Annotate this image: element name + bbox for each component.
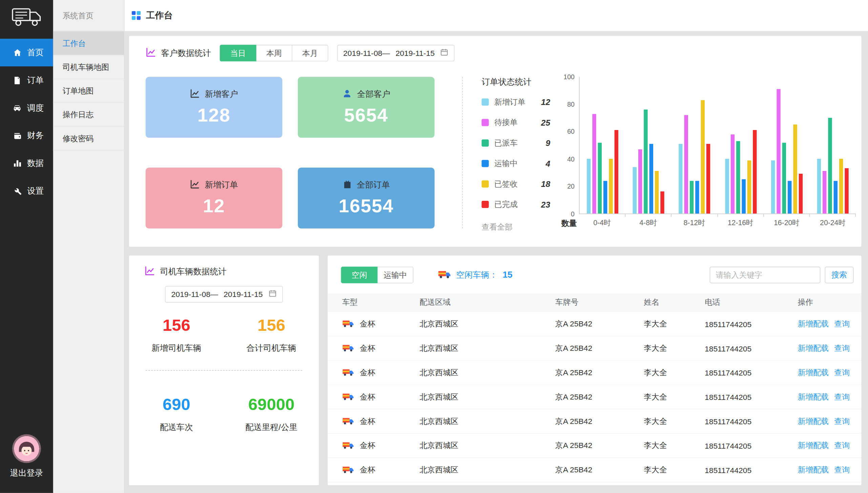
search-button[interactable]: 搜索 [825, 267, 854, 283]
date-range-picker[interactable]: 2019-11-08— 2019-11-15 [165, 286, 283, 303]
sidebar-item-settings[interactable]: 设置 [0, 177, 53, 205]
legend-item-value: 18 [541, 179, 550, 189]
bar [633, 167, 637, 213]
sidebar-item-finance[interactable]: 财务 [0, 122, 53, 149]
primary-nav: 首页 订单 调度 财务 [0, 39, 53, 205]
sidebar-item-dispatch[interactable]: 调度 [0, 94, 53, 122]
x-axis: 0-4时4-8时8-12时12-16时16-20时20-24时 [579, 218, 856, 228]
bar [782, 143, 786, 214]
truck-logo-icon [11, 5, 42, 30]
driver-stat-trips: 690 配送车次 [129, 395, 224, 433]
legend-item-value: 12 [541, 98, 550, 107]
submenu-item-order-map[interactable]: 订单地图 [53, 79, 124, 103]
delivery-area-cell: 北京西城区 [419, 343, 555, 353]
query-link[interactable]: 查询 [834, 392, 850, 401]
clipboard-icon [343, 179, 352, 191]
legend-item: 已完成23 [481, 194, 550, 214]
stat-card-value: 128 [198, 105, 231, 126]
topbar: 工作台 [125, 0, 868, 31]
plate-number-cell: 京A 25B42 [555, 368, 644, 378]
x-axis-label: 8-12时 [671, 218, 717, 228]
legend-item: 已派车9 [481, 133, 550, 153]
date-range-picker[interactable]: 2019-11-08— 2019-11-15 [337, 45, 455, 61]
bar-group [718, 77, 764, 214]
bar [644, 110, 648, 214]
date-start: 2019-11-08— [171, 290, 218, 299]
add-load-link[interactable]: 新增配载 [798, 441, 828, 449]
add-load-link[interactable]: 新增配载 [798, 368, 828, 377]
stat-value: 156 [129, 316, 224, 335]
tab-week[interactable]: 本周 [256, 45, 292, 61]
secondary-sidebar: 系统首页 工作台 司机车辆地图 订单地图 操作日志 修改密码 [53, 0, 125, 493]
add-load-link[interactable]: 新增配载 [798, 343, 828, 352]
sidebar-item-orders[interactable]: 订单 [0, 66, 53, 94]
bar [679, 144, 683, 214]
phone-cell: 18511744205 [705, 466, 798, 474]
page-title: 工作台 [146, 10, 172, 21]
query-link[interactable]: 查询 [834, 465, 850, 474]
add-load-link[interactable]: 新增配载 [798, 319, 828, 328]
sidebar-item-label: 订单 [27, 75, 44, 85]
actions-cell: 新增配载查询 [798, 441, 861, 450]
query-link[interactable]: 查询 [834, 319, 850, 328]
x-axis-label: 16-20时 [764, 218, 810, 228]
y-axis-tick-label: 40 [567, 155, 575, 163]
avatar[interactable] [14, 436, 39, 462]
home-icon [12, 48, 22, 57]
delivery-area-cell: 北京西城区 [419, 368, 555, 378]
bar [725, 159, 729, 214]
query-link[interactable]: 查询 [834, 368, 850, 377]
bar [736, 141, 740, 214]
bar [771, 160, 775, 214]
customer-panel-body: 新增客户 128 全部客户 5654 [129, 61, 862, 232]
x-axis-label: 0-4时 [579, 218, 625, 228]
vehicle-type-cell: 金杯 [360, 319, 375, 329]
submenu-item-change-password[interactable]: 修改密码 [53, 127, 124, 150]
legend-swatch [481, 140, 489, 147]
tab-in-transit[interactable]: 运输中 [377, 267, 414, 283]
add-load-link[interactable]: 新增配载 [798, 465, 828, 474]
query-link[interactable]: 查询 [834, 441, 850, 449]
sidebar-item-home[interactable]: 首页 [0, 39, 53, 66]
bar [592, 114, 596, 214]
order-icon [12, 76, 22, 85]
submenu-item-workbench[interactable]: 工作台 [53, 31, 124, 55]
tab-month[interactable]: 本月 [292, 45, 328, 61]
actions-cell: 新增配载查询 [798, 465, 861, 475]
legend-item-label: 运输中 [494, 158, 518, 168]
table-row: 金杯 北京西城区 京A 25B42 李大全 18511744205 新增配载查询 [328, 312, 861, 337]
bar [690, 181, 694, 213]
main-area: 工作台 客户数据统计 当日 本周 本月 2019-11-08— [125, 0, 868, 493]
bar [828, 118, 832, 214]
query-link[interactable]: 查询 [834, 416, 850, 425]
submenu-item-driver-map[interactable]: 司机车辆地图 [53, 55, 124, 79]
phone-cell: 18511744205 [705, 392, 798, 401]
legend-swatch [481, 99, 489, 106]
tab-today[interactable]: 当日 [220, 45, 256, 61]
query-link[interactable]: 查询 [834, 343, 850, 352]
table-row: 金杯 北京西城区 京A 25B42 李大全 18511744205 新增配载查询 [328, 361, 861, 385]
panel-title: 客户数据统计 [161, 48, 211, 58]
bar [603, 181, 607, 213]
table-row: 金杯 北京西城区 京A 25B42 李大全 18511744205 新增配载查询 [328, 483, 861, 485]
logout-button[interactable]: 退出登录 [10, 468, 43, 478]
search-input[interactable] [710, 267, 821, 283]
column-header: 操作 [798, 298, 861, 307]
date-end: 2019-11-15 [396, 49, 435, 58]
column-header: 车型 [342, 298, 420, 307]
stat-card-label: 全部客户 [357, 89, 390, 100]
bar [799, 174, 802, 214]
y-axis-tick-label: 20 [567, 183, 575, 191]
driver-name-cell: 李大全 [644, 343, 705, 353]
plate-number-cell: 京A 25B42 [555, 392, 644, 402]
legend-swatch [481, 119, 489, 126]
submenu-item-operation-log[interactable]: 操作日志 [53, 103, 124, 127]
actions-cell: 新增配载查询 [798, 368, 861, 378]
order-status-chart: 020406080100 数量 0-4时4-8时8-12时12-16时16-20… [556, 77, 856, 232]
legend-item-value: 4 [545, 159, 550, 168]
sidebar-item-data[interactable]: 数据 [0, 149, 53, 177]
add-load-link[interactable]: 新增配载 [798, 392, 828, 401]
tab-idle[interactable]: 空闲 [341, 267, 377, 283]
view-all-link[interactable]: 查看全部 [481, 222, 550, 232]
add-load-link[interactable]: 新增配载 [798, 416, 828, 425]
